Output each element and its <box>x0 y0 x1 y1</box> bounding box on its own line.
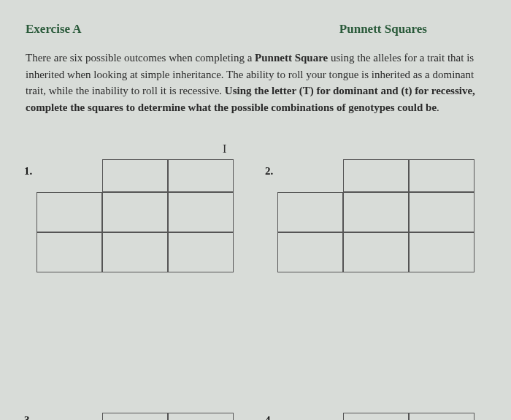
punnett-block-2: 2. <box>266 159 485 272</box>
punnett-cell-empty <box>277 159 343 192</box>
punnett-grid-2 <box>277 159 485 272</box>
punnett-cell[interactable] <box>102 159 168 192</box>
punnett-cell[interactable] <box>36 192 102 232</box>
punnett-cell-empty <box>36 413 102 420</box>
square-number-1: 1. <box>24 165 32 177</box>
punnett-grid-3 <box>36 413 245 420</box>
header-row: Exercise A Punnett Squares <box>26 22 485 37</box>
squares-row-top: 1. 2. <box>26 159 485 272</box>
instructions-paragraph: There are six possible outcomes when com… <box>26 50 485 115</box>
instr-text-3: . <box>437 102 439 113</box>
text-cursor: I <box>223 142 226 156</box>
instr-bold-1: Punnett Square <box>255 52 328 64</box>
punnett-cell[interactable] <box>409 232 474 272</box>
punnett-cell[interactable] <box>343 192 409 232</box>
square-number-2: 2. <box>265 165 273 177</box>
exercise-label: Exercise A <box>26 22 82 37</box>
punnett-cell[interactable] <box>409 413 474 420</box>
square-number-3: 3 <box>24 414 30 420</box>
punnett-cell[interactable] <box>102 192 168 232</box>
punnett-cell[interactable] <box>168 232 234 272</box>
punnett-cell[interactable] <box>343 232 409 272</box>
squares-row-bottom: 3 4 <box>26 413 485 420</box>
punnett-cell[interactable] <box>343 413 409 420</box>
square-number-4: 4 <box>265 414 271 420</box>
punnett-block-1: 1. <box>26 159 245 272</box>
punnett-block-4: 4 <box>266 413 485 420</box>
punnett-cell[interactable] <box>102 413 168 420</box>
punnett-cell[interactable] <box>168 413 234 420</box>
punnett-cell[interactable] <box>168 192 234 232</box>
punnett-cell[interactable] <box>409 192 474 232</box>
punnett-cell[interactable] <box>277 192 343 232</box>
punnett-cell[interactable] <box>168 159 234 192</box>
punnett-cell-empty <box>277 413 343 420</box>
page-title: Punnett Squares <box>339 22 427 37</box>
punnett-cell[interactable] <box>277 232 343 272</box>
punnett-grid-4 <box>277 413 485 420</box>
punnett-cell[interactable] <box>102 232 168 272</box>
punnett-cell[interactable] <box>36 232 102 272</box>
punnett-cell-empty <box>36 159 102 192</box>
instr-text-1: There are six possible outcomes when com… <box>26 52 255 64</box>
punnett-block-3: 3 <box>26 413 245 420</box>
punnett-grid-1 <box>36 159 245 272</box>
punnett-cell[interactable] <box>343 159 409 192</box>
punnett-cell[interactable] <box>409 159 474 192</box>
